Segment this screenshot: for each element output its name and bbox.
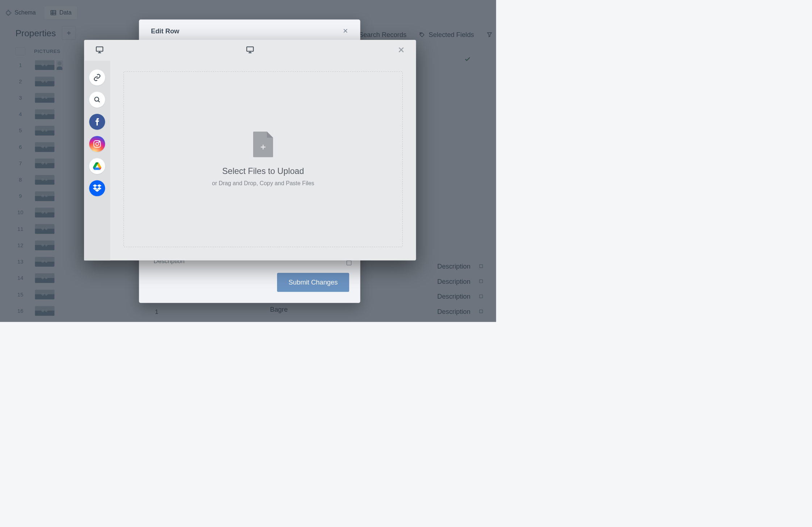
expand-icon[interactable] xyxy=(347,261,351,265)
source-dropbox-button[interactable] xyxy=(89,180,105,196)
file-picker-modal: Select Files to Upload or Drag and Drop,… xyxy=(84,40,416,261)
plus-icon xyxy=(260,144,267,151)
edit-row-close-button[interactable] xyxy=(343,28,348,34)
dropzone-title: Select Files to Upload xyxy=(222,166,304,176)
file-picker-close-button[interactable] xyxy=(397,46,405,54)
picker-device-button-center[interactable] xyxy=(246,45,254,55)
svg-rect-9 xyxy=(96,47,103,51)
edit-row-title: Edit Row xyxy=(151,28,179,35)
dropbox-icon xyxy=(93,184,101,192)
picker-source-sidebar xyxy=(84,61,110,260)
source-link-button[interactable] xyxy=(89,70,105,86)
monitor-icon xyxy=(246,45,254,54)
svg-point-20 xyxy=(96,142,99,145)
svg-line-18 xyxy=(98,101,100,102)
search-icon xyxy=(93,96,101,104)
source-instagram-button[interactable] xyxy=(89,136,105,152)
svg-rect-12 xyxy=(247,47,253,51)
file-placeholder-icon xyxy=(253,132,273,157)
svg-point-17 xyxy=(95,97,99,101)
dropzone-subtitle: or Drag and Drop, Copy and Paste Files xyxy=(212,180,314,187)
link-icon xyxy=(93,74,101,81)
facebook-icon xyxy=(95,118,99,126)
monitor-icon xyxy=(95,45,104,54)
submit-changes-label: Submit Changes xyxy=(289,279,338,286)
source-gdrive-button[interactable] xyxy=(89,158,105,174)
source-search-button[interactable] xyxy=(89,92,105,108)
dropzone[interactable]: Select Files to Upload or Drag and Drop,… xyxy=(124,71,403,247)
close-icon xyxy=(397,46,405,54)
close-icon xyxy=(343,28,348,34)
source-facebook-button[interactable] xyxy=(89,114,105,130)
picker-device-button-left[interactable] xyxy=(95,45,104,55)
google-drive-icon xyxy=(93,162,101,170)
instagram-icon xyxy=(93,140,101,148)
svg-point-21 xyxy=(99,141,100,142)
submit-changes-button[interactable]: Submit Changes xyxy=(277,273,349,292)
